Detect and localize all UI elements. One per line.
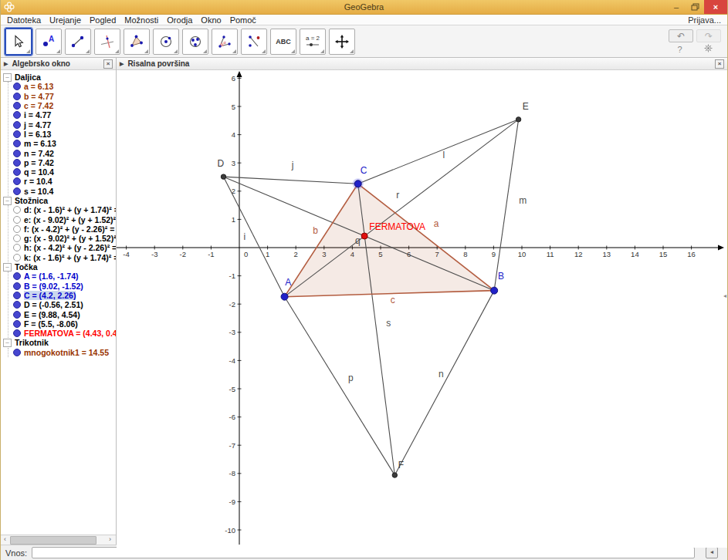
line-tool-button[interactable] — [65, 29, 91, 55]
algebra-item[interactable]: s = 10.4 — [8, 187, 116, 196]
object-visibility-bullet[interactable] — [13, 140, 21, 147]
object-visibility-bullet[interactable] — [13, 282, 21, 290]
algebra-item[interactable]: m = 6.13 — [8, 139, 116, 148]
point-label-D[interactable]: D — [217, 158, 224, 169]
text-tool-button[interactable]: ABC — [270, 29, 296, 55]
command-input[interactable] — [32, 547, 695, 558]
scroll-right-icon[interactable]: › — [106, 535, 114, 544]
segment-label-p[interactable]: p — [348, 373, 354, 383]
algebra-section-header[interactable]: –Daljica — [1, 73, 116, 82]
help-button[interactable]: ? — [677, 45, 682, 54]
point-label-A[interactable]: A — [285, 277, 291, 288]
graphics-canvas[interactable]: -4-3-2-112345678910111213141516-10-9-8-7… — [117, 70, 727, 548]
object-visibility-bullet[interactable] — [13, 311, 21, 319]
collapse-node-icon[interactable]: – — [3, 339, 12, 347]
sign-in-link[interactable]: Prijava... — [688, 15, 721, 25]
object-visibility-bullet[interactable] — [13, 130, 21, 138]
point-label-F[interactable]: F — [398, 460, 404, 471]
tool-dropdown-icon[interactable] — [262, 49, 266, 53]
menu-urejanje[interactable]: Urejanje — [49, 15, 81, 25]
segment-label-q[interactable]: q — [355, 235, 361, 246]
tool-dropdown-icon[interactable] — [350, 49, 354, 53]
algebra-item[interactable]: i = 4.77 — [8, 110, 116, 120]
algebra-item[interactable]: r = 10.4 — [8, 177, 116, 186]
conic-tool-button[interactable] — [182, 29, 208, 55]
object-visibility-bullet[interactable] — [13, 150, 21, 157]
point-F[interactable] — [392, 473, 397, 477]
object-visibility-bullet[interactable] — [13, 216, 21, 224]
algebra-item[interactable]: n = 7.42 — [8, 148, 116, 157]
object-visibility-bullet[interactable] — [13, 177, 21, 185]
panel-menu-arrow-icon[interactable]: ▶ — [4, 61, 8, 67]
collapse-node-icon[interactable]: – — [3, 263, 12, 272]
scroll-left-icon[interactable]: ‹ — [1, 535, 9, 544]
scrollbar-thumb[interactable] — [10, 536, 97, 545]
graphics-view[interactable]: -4-3-2-112345678910111213141516-10-9-8-7… — [117, 70, 727, 545]
algebra-item[interactable]: a = 6.13 — [8, 82, 116, 91]
algebra-item[interactable]: D = (-0.56, 2.51) — [8, 300, 116, 309]
algebra-item[interactable]: FERMATOVA = (4.43, 0.41) — [8, 329, 116, 338]
point-label-E[interactable]: E — [523, 101, 529, 112]
fermat-triangle-polygon[interactable] — [285, 184, 495, 296]
object-visibility-bullet[interactable] — [13, 187, 21, 195]
object-visibility-bullet[interactable] — [13, 234, 21, 242]
tool-dropdown-icon[interactable] — [56, 49, 60, 53]
tool-dropdown-icon[interactable] — [232, 49, 236, 53]
algebra-section-header[interactable]: –Trikotnik — [1, 338, 116, 347]
algebra-item[interactable]: d: (x - 1.6)² + (y + 1.74)² = 55 — [8, 205, 116, 214]
algebra-item[interactable]: A = (1.6, -1.74) — [8, 272, 116, 281]
algebra-item[interactable]: F = (5.5, -8.06) — [8, 319, 116, 329]
segment-label-l[interactable]: l — [443, 150, 445, 160]
segment-label-c[interactable]: c — [391, 295, 395, 305]
algebra-item[interactable]: f: (x - 4.2)² + (y - 2.26)² = 37.5 — [8, 224, 116, 234]
algebra-item[interactable]: B = (9.02, -1.52) — [8, 282, 116, 291]
menu-okno[interactable]: Okno — [201, 15, 221, 25]
point-tool-button[interactable]: A — [36, 29, 62, 55]
panel-menu-arrow-icon[interactable]: ▶ — [120, 61, 124, 67]
algebra-section-header[interactable]: –Stožnica — [1, 196, 116, 205]
settings-gear-icon[interactable] — [704, 44, 713, 54]
segment-label-a[interactable]: a — [434, 218, 439, 229]
menu-pomoc[interactable]: Pomoč — [230, 15, 256, 25]
restore-button[interactable] — [686, 0, 704, 14]
point-B[interactable] — [491, 287, 498, 294]
object-visibility-bullet[interactable] — [13, 301, 21, 309]
algebra-item[interactable]: j = 4.77 — [8, 120, 116, 129]
algebra-item[interactable]: p = 7.42 — [8, 158, 116, 167]
redo-button[interactable]: ↷ — [696, 29, 721, 42]
object-visibility-bullet[interactable] — [13, 93, 21, 100]
point-label-B[interactable]: B — [498, 271, 504, 282]
object-visibility-bullet[interactable] — [13, 206, 21, 214]
move-view-tool-button[interactable] — [329, 29, 355, 55]
segment-label-i[interactable]: i — [243, 231, 245, 242]
tool-dropdown-icon[interactable] — [26, 49, 30, 53]
tool-dropdown-icon[interactable] — [144, 49, 148, 53]
menu-pogled[interactable]: Pogled — [90, 15, 116, 25]
point-D[interactable] — [221, 174, 225, 179]
point-C[interactable] — [354, 180, 361, 187]
object-visibility-bullet[interactable] — [13, 168, 21, 176]
menu-orodja[interactable]: Orodja — [167, 15, 192, 25]
point-label-FERMATOVA[interactable]: FERMATOVA — [369, 221, 425, 232]
tool-dropdown-icon[interactable] — [320, 49, 324, 53]
object-visibility-bullet[interactable] — [13, 102, 21, 110]
point-E[interactable] — [516, 117, 520, 122]
segment-l[interactable] — [358, 120, 519, 184]
algebra-item[interactable]: l = 6.13 — [8, 130, 116, 139]
collapse-node-icon[interactable]: – — [3, 73, 12, 82]
object-visibility-bullet[interactable] — [13, 254, 21, 261]
object-visibility-bullet[interactable] — [13, 272, 21, 280]
segment-label-r[interactable]: r — [396, 190, 399, 201]
algebra-item[interactable]: c = 7.42 — [8, 101, 116, 110]
segment-label-m[interactable]: m — [519, 195, 527, 206]
object-visibility-bullet[interactable] — [13, 329, 21, 337]
segment-label-s[interactable]: s — [386, 318, 391, 329]
object-visibility-bullet[interactable] — [13, 121, 21, 129]
collapse-node-icon[interactable]: – — [3, 197, 12, 205]
object-visibility-bullet[interactable] — [13, 292, 21, 299]
segment-label-j[interactable]: j — [291, 160, 294, 170]
object-visibility-bullet[interactable] — [13, 244, 21, 251]
algebra-item[interactable]: b = 4.77 — [8, 92, 116, 101]
circle-tool-button[interactable] — [153, 29, 179, 55]
input-help-button[interactable]: ◂ — [706, 547, 718, 558]
